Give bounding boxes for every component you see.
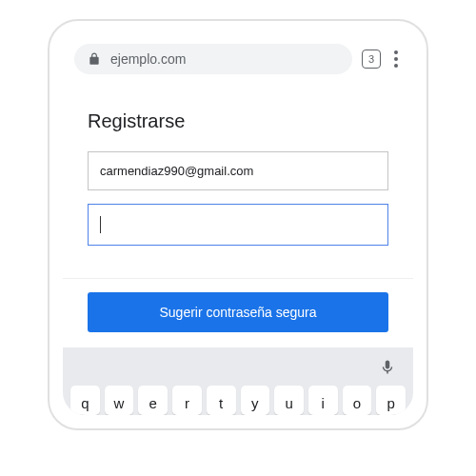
text-cursor bbox=[100, 216, 101, 233]
url-text: ejemplo.com bbox=[110, 51, 186, 67]
phone-frame: ejemplo.com 3 Registrarse Sugerir contra… bbox=[48, 19, 428, 430]
tab-count-button[interactable]: 3 bbox=[362, 50, 381, 69]
lock-icon bbox=[88, 52, 101, 66]
keyboard-toolbar bbox=[70, 359, 406, 386]
page-content: Registrarse bbox=[63, 84, 413, 278]
keyboard-row-1: q w e r t y u i o p bbox=[70, 386, 406, 415]
url-bar[interactable]: ejemplo.com bbox=[74, 44, 352, 74]
tab-count-value: 3 bbox=[368, 53, 374, 65]
password-suggestion-bar: Sugerir contraseña segura bbox=[63, 278, 413, 347]
key-q[interactable]: q bbox=[70, 386, 100, 415]
overflow-menu-icon[interactable] bbox=[390, 47, 402, 71]
password-field[interactable] bbox=[88, 204, 388, 246]
browser-address-bar: ejemplo.com 3 bbox=[63, 34, 413, 84]
key-p[interactable]: p bbox=[376, 386, 406, 415]
key-i[interactable]: i bbox=[308, 386, 338, 415]
microphone-icon[interactable] bbox=[379, 359, 396, 376]
key-e[interactable]: e bbox=[138, 386, 168, 415]
page-title: Registrarse bbox=[88, 110, 388, 132]
suggest-password-button[interactable]: Sugerir contraseña segura bbox=[88, 292, 388, 332]
key-r[interactable]: r bbox=[172, 386, 202, 415]
key-w[interactable]: w bbox=[105, 386, 134, 415]
phone-screen: ejemplo.com 3 Registrarse Sugerir contra… bbox=[63, 34, 413, 415]
key-o[interactable]: o bbox=[343, 386, 372, 415]
email-field[interactable] bbox=[88, 151, 388, 190]
on-screen-keyboard: q w e r t y u i o p bbox=[63, 347, 413, 415]
key-u[interactable]: u bbox=[274, 386, 304, 415]
key-t[interactable]: t bbox=[207, 386, 236, 415]
key-y[interactable]: y bbox=[241, 386, 270, 415]
